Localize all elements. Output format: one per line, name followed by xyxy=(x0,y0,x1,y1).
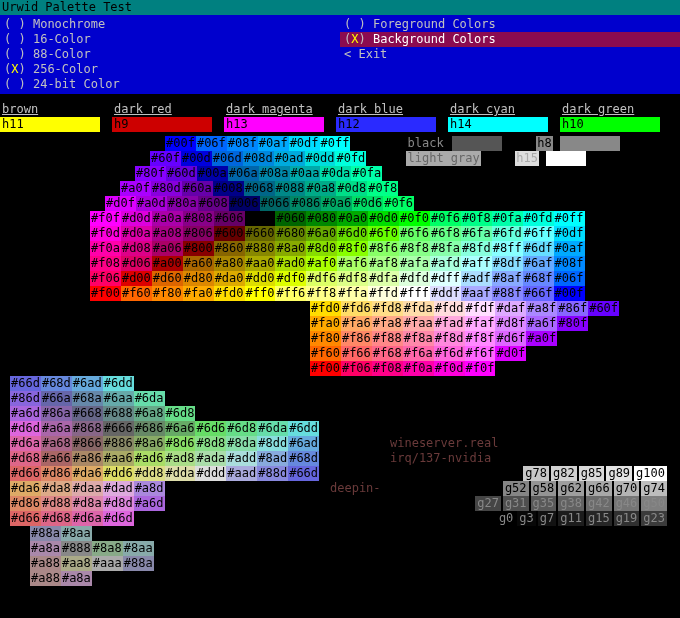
color-cell: #d8d xyxy=(103,496,134,511)
color-cell: #8d0 xyxy=(306,241,337,256)
color-cell: #680 xyxy=(275,226,306,241)
color-cell: #0d6 xyxy=(352,196,383,211)
color-cell: #d0a xyxy=(121,226,152,241)
color-cell: #6a6 xyxy=(165,421,196,436)
gray-cell: g7 xyxy=(538,511,556,526)
color-cell: #6df xyxy=(523,241,554,256)
color-cell: #0fa xyxy=(492,211,523,226)
color-cell: #6fa xyxy=(461,226,492,241)
color-cell: #6ad xyxy=(288,436,319,451)
color-cell: #fd0 xyxy=(310,301,341,316)
color-cell: #ada xyxy=(195,451,226,466)
color-cell: #8aa xyxy=(61,526,92,541)
color-cell: #8dd xyxy=(257,436,288,451)
gray-cell: g66 xyxy=(586,481,612,496)
color-cell: #f8a xyxy=(403,331,434,346)
color-cell: #0a6 xyxy=(321,196,352,211)
color-cell: #fa6 xyxy=(341,316,372,331)
color-cell: #a6f xyxy=(526,316,557,331)
color-cell: #606 xyxy=(214,211,245,226)
color-cell: #86a xyxy=(41,406,72,421)
color-cell: #08f xyxy=(227,136,258,151)
color-cell: #dd6 xyxy=(103,466,134,481)
h8-label: h8 xyxy=(536,136,552,151)
color-cell: #aaf xyxy=(461,286,492,301)
gray-cell: g100 xyxy=(634,466,667,481)
mode-option[interactable]: (X) 256-Color xyxy=(0,62,340,77)
color-cell: #6ad xyxy=(72,376,103,391)
color-cell: #aa6 xyxy=(103,451,134,466)
color-cell: #ad6 xyxy=(134,451,165,466)
color-cell: #fd0 xyxy=(214,286,245,301)
color-cell: #ff8 xyxy=(306,286,337,301)
color-cell: #f86 xyxy=(341,331,372,346)
color-cell: #6a0 xyxy=(306,226,337,241)
color-cell: #aff xyxy=(461,256,492,271)
color-cell: #f68 xyxy=(372,346,403,361)
color-cell: #f0f xyxy=(465,361,496,376)
color-cell: #aaa xyxy=(92,556,123,571)
gray-cell: g42 xyxy=(586,496,612,511)
color-cell: #0f6 xyxy=(430,211,461,226)
color-cell: #8a0 xyxy=(275,241,306,256)
color-cell: #af0 xyxy=(306,256,337,271)
color-cell: #d08 xyxy=(121,241,152,256)
color-cell: #a8f xyxy=(526,301,557,316)
mode-option[interactable]: ( ) 16-Color xyxy=(0,32,340,47)
color-cell: #8d8 xyxy=(195,436,226,451)
color-cell: #f08 xyxy=(372,361,403,376)
color-cell: #d00 xyxy=(121,271,152,286)
color-cell: #660 xyxy=(245,226,276,241)
color-cell: #d0d xyxy=(121,211,152,226)
gray-cell: g70 xyxy=(614,481,640,496)
color-cell: #000 xyxy=(245,211,276,226)
color-cell: #0ff xyxy=(554,211,585,226)
exit-option[interactable]: < Exit xyxy=(340,47,680,62)
color-cell: #0df xyxy=(289,136,320,151)
color-cell: #fa0 xyxy=(310,316,341,331)
color-cell: #888 xyxy=(61,541,92,556)
color-cell: #088 xyxy=(275,181,306,196)
color-cell: #88a xyxy=(30,526,61,541)
color-cell: #8da xyxy=(226,436,257,451)
corner-labels: black h8 light gray h15 xyxy=(406,136,620,166)
gray-cell: g27 xyxy=(475,496,501,511)
mode-option[interactable]: ( ) 24-bit Color xyxy=(0,77,340,92)
color-cell: #0d0 xyxy=(368,211,399,226)
color-cell: #8f6 xyxy=(368,241,399,256)
color-cell: #a60 xyxy=(183,256,214,271)
color-cell: #f0a xyxy=(403,361,434,376)
color-cell: #d0f xyxy=(105,196,136,211)
mode-option[interactable]: ( ) 88-Color xyxy=(0,47,340,62)
color-cell: #688 xyxy=(103,406,134,421)
color-cell: #a6d xyxy=(10,406,41,421)
color-cell: #f80 xyxy=(152,286,183,301)
color-grid: black h8 light gray h15 #00f#06f#08f#0af… xyxy=(0,132,680,376)
color-cell: #808 xyxy=(183,211,214,226)
color-cell: #ff6 xyxy=(275,286,306,301)
color-cell: #886 xyxy=(103,436,134,451)
bg-proc-3: deepin- xyxy=(330,481,381,496)
mode-option[interactable]: ( ) Monochrome xyxy=(0,17,340,32)
color-cell: #60a xyxy=(182,181,213,196)
color-cell: #d6a xyxy=(10,436,41,451)
color-cell: #aa8 xyxy=(61,556,92,571)
color-cell: #dff xyxy=(430,271,461,286)
color-cell: #a08 xyxy=(152,226,183,241)
color-cell: #0fa xyxy=(351,166,382,181)
color-cell: #d66 xyxy=(10,511,41,526)
view-option[interactable]: ( ) Foreground Colors xyxy=(340,17,680,32)
gray-cell: g85 xyxy=(579,466,605,481)
color-cell: #daf xyxy=(495,301,526,316)
color-cell: #868 xyxy=(72,421,103,436)
color-cell: #d86 xyxy=(10,496,41,511)
gray-cell: g50 xyxy=(641,496,667,511)
color-cell: #da6 xyxy=(10,481,41,496)
color-cell: #08a xyxy=(259,166,290,181)
view-option[interactable]: (X) Background Colors xyxy=(340,32,680,47)
color-cell: #d68 xyxy=(41,511,72,526)
gray-cell: g0 xyxy=(497,511,515,526)
window-title: Urwid Palette Test xyxy=(0,0,680,15)
color-cell: #8f8 xyxy=(399,241,430,256)
lightgray-label: light gray xyxy=(406,151,480,166)
